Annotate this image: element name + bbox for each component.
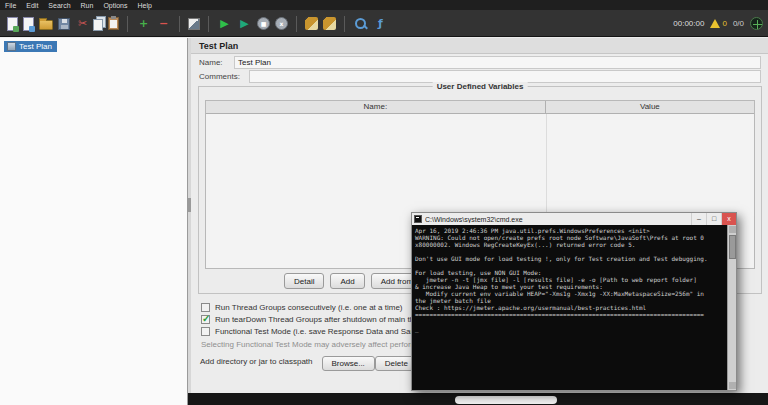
taskbar-pill	[455, 396, 557, 404]
cmd-icon	[414, 215, 422, 223]
paste-icon[interactable]	[108, 17, 119, 30]
menu-file[interactable]: File	[5, 2, 16, 9]
checkbox-label: Run tearDown Thread Groups after shutdow…	[215, 315, 434, 324]
udv-detail-button[interactable]: Detail	[284, 273, 324, 289]
toolbar-status: 00:00:00 0 0/0	[673, 10, 763, 37]
console-line	[415, 318, 727, 325]
udv-title: User Defined Variables	[433, 82, 528, 91]
log-warning-indicator[interactable]: 0	[710, 19, 726, 28]
console-line: ========================================…	[415, 311, 727, 318]
maximize-button[interactable]: □	[706, 213, 721, 225]
menu-run[interactable]: Run	[81, 2, 94, 9]
clear-icon[interactable]	[305, 17, 318, 30]
tree-panel[interactable]: Test Plan	[0, 38, 188, 405]
toolbar-separator	[127, 16, 128, 32]
crosshair-icon	[750, 17, 763, 30]
console-scrollbar[interactable]	[727, 225, 736, 390]
menu-options[interactable]: Options	[103, 2, 127, 9]
cmd-body: Apr 16, 2019 2:46:36 PM java.util.prefs.…	[412, 225, 736, 390]
toolbar-separator	[208, 16, 209, 32]
checkbox-box[interactable]	[201, 327, 210, 336]
checkbox-label: Run Thread Groups consecutively (i.e. on…	[215, 303, 403, 312]
scrollbar-thumb[interactable]	[729, 235, 736, 259]
console-line	[415, 248, 727, 255]
toolbar: ✂+−▶▶■xƒ 00:00:00 0 0/0	[0, 10, 768, 37]
console-line: Check : https://jmeter.apache.org/userma…	[415, 304, 727, 311]
name-label: Name:	[199, 56, 223, 69]
udv-table-header: Name: Value	[206, 101, 754, 114]
console-line: the jmeter batch file	[415, 297, 727, 304]
shutdown-icon[interactable]: x	[275, 17, 288, 30]
collapse-icon[interactable]: −	[156, 16, 171, 31]
open-folder-icon[interactable]	[39, 20, 53, 30]
start-icon[interactable]: ▶	[217, 16, 232, 31]
desktop-strip	[188, 393, 768, 405]
tree-node-label: Test Plan	[19, 42, 52, 51]
template-icon[interactable]	[23, 17, 34, 31]
name-row: Name: Test Plan	[191, 56, 768, 69]
classpath-browse-button[interactable]: Browse...	[322, 356, 375, 371]
functional-mode-note: Selecting Functional Test Mode may adver…	[201, 340, 437, 349]
menubar: FileEditSearchRunOptionsHelp	[0, 0, 768, 10]
thread-counter: 0/0	[733, 19, 744, 28]
menu-search[interactable]: Search	[48, 2, 70, 9]
checkbox-box[interactable]	[201, 303, 210, 312]
menu-help[interactable]: Help	[138, 2, 152, 9]
console-line	[415, 262, 727, 269]
toggle-icon[interactable]	[188, 18, 200, 30]
jmeter-app: FileEditSearchRunOptionsHelp ✂+−▶▶■xƒ 00…	[0, 0, 768, 405]
console-line: & increase Java Heap to meet your test r…	[415, 283, 727, 290]
new-file-icon[interactable]	[7, 17, 18, 31]
start-no-timers-icon[interactable]: ▶	[237, 16, 252, 31]
clear-all-icon[interactable]	[323, 17, 336, 30]
save-icon[interactable]	[58, 18, 70, 30]
cmd-titlebar[interactable]: C:\Windows\system32\cmd.exe –□x	[412, 213, 736, 225]
udv-add-button[interactable]: Add	[330, 273, 364, 289]
toolbar-separator	[296, 16, 297, 32]
test-plan-icon	[7, 42, 16, 51]
console-line: x80000002. Windows RegCreateKeyEx(...) r…	[415, 241, 727, 248]
console-output[interactable]: Apr 16, 2019 2:46:36 PM java.util.prefs.…	[412, 225, 727, 390]
close-button[interactable]: x	[721, 213, 736, 225]
copy-icon[interactable]	[93, 19, 103, 31]
toolbar-icons: ✂+−▶▶■xƒ	[0, 10, 768, 37]
elapsed-timer: 00:00:00	[673, 19, 704, 28]
toolbar-separator	[179, 16, 180, 32]
warning-icon	[710, 19, 720, 28]
console-line: Modify current env variable HEAP="-Xms1g…	[415, 290, 727, 297]
name-input[interactable]: Test Plan	[234, 56, 761, 69]
classpath-label: Add directory or jar to classpath	[200, 357, 313, 366]
function-helper-icon[interactable]: ƒ	[373, 16, 388, 31]
minimize-button[interactable]: –	[691, 213, 706, 225]
console-line: For load testing, use NON GUI Mode:	[415, 269, 727, 276]
search-icon[interactable]	[353, 16, 368, 31]
toolbar-separator	[344, 16, 345, 32]
cut-icon[interactable]: ✂	[75, 16, 90, 31]
menu-edit[interactable]: Edit	[26, 2, 38, 9]
comments-label: Comments:	[199, 70, 240, 83]
console-line: jmeter -n -t [jmx file] -l [results file…	[415, 276, 727, 283]
udv-column-value[interactable]: Value	[546, 101, 754, 114]
checkbox-box[interactable]	[201, 315, 210, 324]
console-line: WARNING: Could not open/create prefs roo…	[415, 234, 727, 241]
cmd-title: C:\Windows\system32\cmd.exe	[425, 216, 523, 223]
console-line: _	[415, 325, 727, 332]
console-line: Don't use GUI mode for load testing !, o…	[415, 255, 727, 262]
warning-count: 0	[722, 19, 726, 28]
stop-icon[interactable]: ■	[257, 17, 270, 30]
cmd-window-controls: –□x	[691, 213, 736, 225]
panel-title: Test Plan	[191, 38, 768, 54]
cmd-window: C:\Windows\system32\cmd.exe –□x Apr 16, …	[411, 212, 737, 391]
console-line: Apr 16, 2019 2:46:36 PM java.util.prefs.…	[415, 227, 727, 234]
tree-node-test-plan[interactable]: Test Plan	[4, 41, 57, 52]
expand-icon[interactable]: +	[136, 16, 151, 31]
name-value: Test Plan	[238, 58, 271, 67]
udv-column-name[interactable]: Name:	[206, 101, 546, 114]
